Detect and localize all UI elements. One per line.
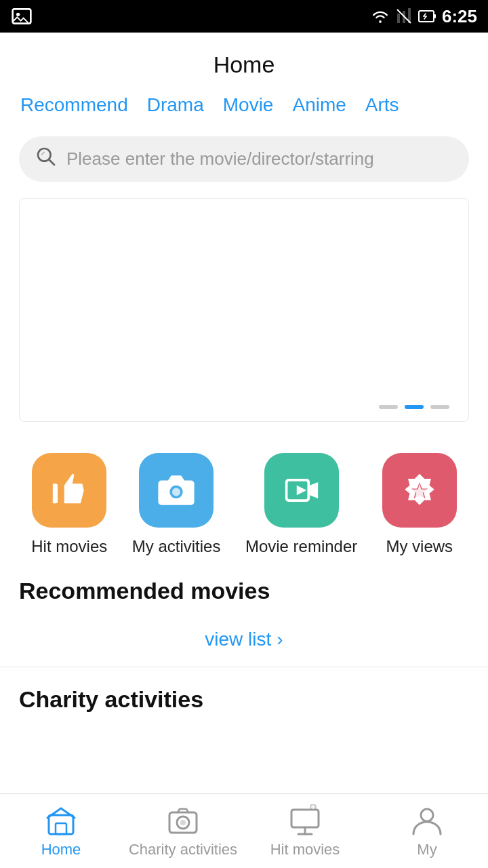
svg-rect-6	[408, 8, 411, 23]
status-bar-right: 6:25	[370, 6, 477, 27]
svg-point-34	[421, 809, 433, 821]
banner-dots	[379, 405, 449, 409]
my-views-label: My views	[386, 537, 453, 556]
my-views-icon-bg	[382, 453, 457, 528]
svg-rect-5	[403, 11, 405, 23]
view-list-label: view list	[205, 629, 271, 650]
quick-action-hit-movies[interactable]: Hit movies	[31, 453, 107, 556]
svg-line-13	[49, 159, 54, 165]
tab-anime[interactable]: Anime	[292, 90, 346, 120]
my-activities-label: My activities	[132, 537, 221, 556]
tab-movie[interactable]: Movie	[223, 90, 274, 120]
svg-rect-23	[49, 815, 73, 834]
svg-rect-28	[291, 810, 319, 827]
tab-recommend[interactable]: Recommend	[20, 90, 128, 120]
svg-rect-24	[56, 823, 66, 834]
battery-icon	[418, 7, 436, 26]
nav-hit-movies-label: Hit movies	[270, 841, 340, 859]
quick-actions: Hit movies My activities Movie reminder	[0, 441, 488, 578]
dot-2	[405, 405, 424, 409]
status-bar: 6:25	[0, 0, 488, 33]
image-icon	[11, 5, 33, 27]
person-nav-icon	[411, 804, 443, 837]
quick-action-movie-reminder[interactable]: Movie reminder	[245, 453, 357, 556]
charity-activities-title: Charity activities	[19, 686, 203, 712]
svg-rect-8	[434, 14, 436, 18]
camera-icon	[157, 471, 196, 510]
nav-charity-label: Charity activities	[129, 841, 237, 859]
svg-point-27	[180, 820, 186, 825]
hit-movies-icon-bg	[32, 453, 106, 528]
signal-icon	[396, 7, 412, 26]
quick-action-my-activities[interactable]: My activities	[132, 453, 221, 556]
movie-reminder-icon-bg	[264, 453, 339, 528]
home-nav-icon	[45, 804, 77, 837]
quick-action-my-views[interactable]: My views	[382, 453, 457, 556]
banner-carousel[interactable]	[19, 198, 469, 422]
bottom-nav: Home Charity activities Hit movies My	[0, 793, 488, 868]
video-icon	[282, 471, 321, 510]
search-bar-container: Please enter the movie/director/starring	[0, 136, 488, 182]
thumbs-up-icon	[49, 471, 89, 510]
search-placeholder: Please enter the movie/director/starring	[66, 149, 453, 170]
chevron-right-icon: ›	[277, 629, 283, 650]
view-list-button[interactable]: view list ›	[0, 616, 488, 667]
svg-line-14	[41, 152, 44, 155]
recommended-movies-title: Recommended movies	[0, 578, 488, 604]
nav-my[interactable]: My	[366, 804, 488, 859]
tab-drama[interactable]: Drama	[147, 90, 204, 120]
my-activities-icon-bg	[139, 453, 214, 528]
hit-movies-label: Hit movies	[31, 537, 107, 556]
nav-hit-movies[interactable]: Hit movies	[244, 804, 366, 859]
svg-point-1	[16, 13, 20, 16]
nav-my-label: My	[417, 841, 436, 859]
nav-home[interactable]: Home	[0, 804, 122, 859]
nav-charity[interactable]: Charity activities	[122, 804, 244, 859]
monitor-nav-icon	[289, 804, 321, 837]
camera-nav-icon	[167, 804, 199, 837]
search-bar[interactable]: Please enter the movie/director/starring	[19, 136, 469, 182]
svg-point-16	[172, 488, 180, 496]
movie-reminder-label: Movie reminder	[245, 537, 357, 556]
svg-rect-0	[13, 9, 31, 23]
nav-home-label: Home	[41, 841, 81, 859]
dot-3	[430, 405, 449, 409]
category-tabs: Recommend Drama Movie Anime Arts	[0, 90, 488, 120]
status-bar-left	[11, 5, 33, 27]
page-title: Home	[0, 33, 488, 90]
time: 6:25	[442, 6, 477, 27]
dot-1	[379, 405, 398, 409]
svg-rect-4	[397, 14, 400, 23]
tab-arts[interactable]: Arts	[365, 90, 399, 120]
search-icon	[35, 146, 57, 172]
wifi-icon	[370, 9, 390, 24]
badge-icon	[400, 471, 439, 510]
charity-activities-section: Charity activities	[0, 667, 488, 794]
